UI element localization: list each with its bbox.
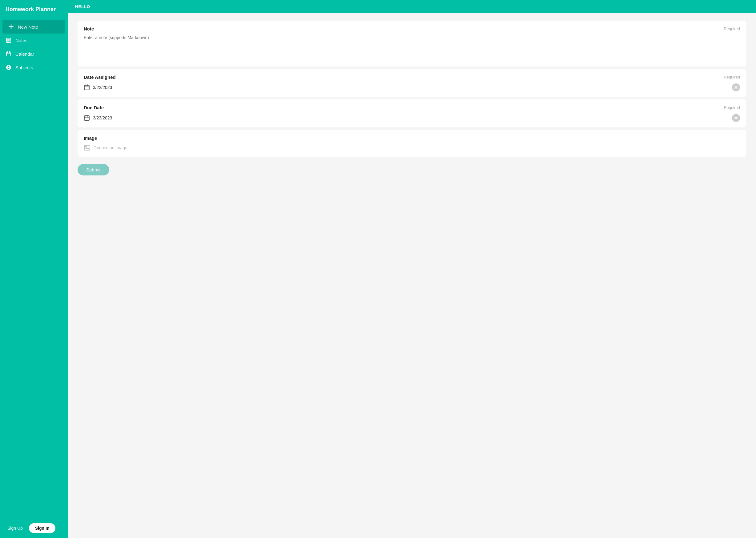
date-assigned-row: 3/22/2023 [84,83,740,91]
note-label: Note [84,26,94,31]
due-date-label: Due Date [84,105,104,110]
svg-rect-25 [84,145,90,150]
sidebar-item-notes[interactable]: Notes [0,33,68,47]
image-icon [84,144,90,151]
image-section: Image Choose an image... [78,130,746,157]
sidebar-item-new-note[interactable]: New Note [2,20,65,33]
signin-button[interactable]: Sign In [29,523,56,533]
svg-rect-13 [84,85,89,90]
clear-date-assigned-button[interactable] [732,83,740,91]
due-date-value: 3/23/2023 [93,115,729,120]
note-header: Note Required [84,26,740,31]
due-date-row: 3/23/2023 [84,114,740,122]
date-assigned-value: 3/22/2023 [93,85,729,90]
plus-icon [8,24,14,30]
greeting-text: HELLO [75,4,90,9]
top-bar: HELLO [68,0,756,13]
due-date-section: Due Date Required 3/23/2023 [78,99,746,128]
main-content: Note Required Date Assigned Required [68,13,756,538]
image-label: Image [84,135,97,141]
sidebar-item-calendar[interactable]: Calendar [0,47,68,61]
clear-due-date-button[interactable] [732,114,740,122]
sidebar-item-subjects[interactable]: Subjects [0,61,68,74]
date-assigned-label: Date Assigned [84,75,116,80]
date-assigned-required: Required [724,75,740,80]
calendar-icon-due [84,115,90,121]
svg-rect-19 [84,116,89,120]
signup-button[interactable]: Sign Up [4,524,26,532]
note-required: Required [724,27,740,31]
image-placeholder: Choose an image... [93,145,131,150]
calendar-icon-assigned [84,84,90,90]
submit-button[interactable]: Submit [78,164,109,176]
sidebar-item-label: Notes [15,38,27,43]
note-section: Note Required [78,21,746,67]
sidebar-footer: Sign Up Sign In [0,518,68,538]
notes-icon [6,37,12,43]
sidebar-item-label: New Note [18,24,38,29]
note-textarea[interactable] [84,35,740,60]
calendar-icon [6,51,12,57]
date-assigned-header: Date Assigned Required [84,75,740,80]
sidebar-nav: New Note Notes [0,18,68,518]
svg-point-26 [85,146,87,147]
sidebar-item-label: Calendar [15,51,34,57]
image-upload-row[interactable]: Choose an image... [84,144,740,151]
due-date-required: Required [724,105,740,110]
due-date-header: Due Date Required [84,105,740,110]
sidebar: Homework Planner New Note No [0,0,68,538]
subjects-icon [6,64,12,71]
svg-rect-6 [7,52,11,56]
app-title: Homework Planner [0,0,68,18]
image-header: Image [84,135,740,141]
sidebar-item-label: Subjects [15,65,33,70]
main-wrapper: HELLO Note Required Date Assigned Requir… [68,0,756,538]
date-assigned-section: Date Assigned Required 3/22/2023 [78,69,746,97]
